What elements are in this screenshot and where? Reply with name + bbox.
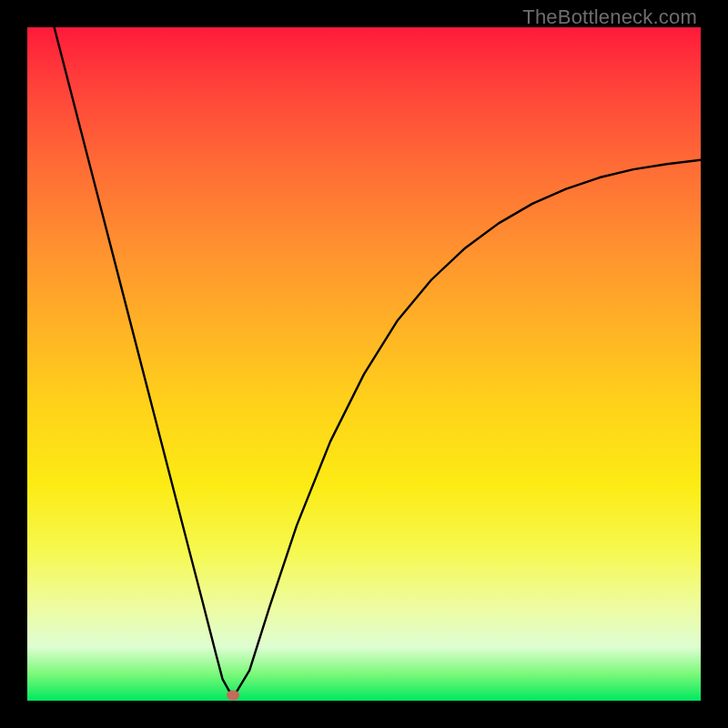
bottleneck-curve [27,27,701,701]
plot-area [27,27,701,701]
watermark-text: TheBottleneck.com [522,5,697,29]
minimum-marker [227,691,239,701]
chart-frame: TheBottleneck.com [0,0,728,728]
